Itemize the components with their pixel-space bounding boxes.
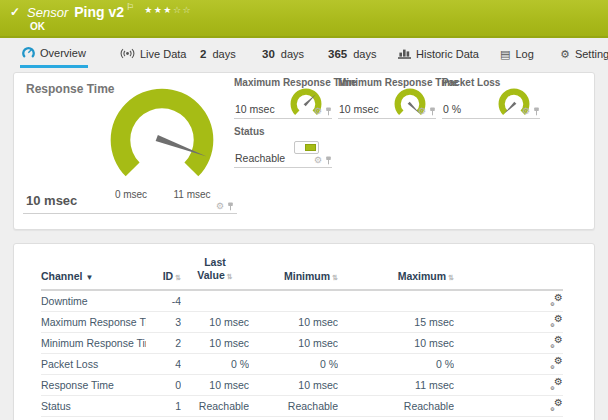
mini-gauge-value: 10 msec bbox=[235, 103, 275, 115]
column-header-maximum[interactable]: Maximum⇅ bbox=[338, 244, 454, 290]
pin-icon[interactable] bbox=[429, 107, 436, 116]
sensor-status-badge: OK bbox=[0, 21, 608, 32]
status-indicator-knob bbox=[305, 144, 316, 151]
table-row: Status1ReachableReachableReachable⚙⚙ bbox=[41, 395, 563, 416]
star-filled-icon[interactable]: ★ bbox=[154, 5, 164, 15]
tab-365-days[interactable]: 365days bbox=[326, 40, 378, 68]
panel-action-icons: ⚙ bbox=[216, 202, 234, 211]
pin-icon[interactable] bbox=[533, 107, 540, 116]
column-header-channel[interactable]: Channel▼ bbox=[41, 244, 146, 290]
cell-minimum: 10 msec bbox=[249, 311, 338, 332]
sort-icon: ⇅ bbox=[448, 274, 454, 281]
column-header-last-value[interactable]: Last Value⇅ bbox=[181, 244, 249, 290]
cell-last-value: 10 msec bbox=[181, 332, 249, 353]
overview-panel: Response Time 0 msec 11 msec 10 msec ⚙ M… bbox=[13, 72, 595, 230]
cell-channel[interactable]: Minimum Response Time bbox=[41, 332, 146, 353]
tab-overview[interactable]: Overview bbox=[20, 40, 88, 68]
cell-channel[interactable]: Status bbox=[41, 395, 146, 416]
mini-gauge-panel-minimum-response-time: Minimum Response Time10 msec⚙ bbox=[338, 77, 436, 119]
star-filled-icon[interactable]: ★ bbox=[144, 5, 154, 15]
sort-desc-icon: ▼ bbox=[85, 273, 93, 282]
table-row: Maximum Response Ti...310 msec10 msec15 … bbox=[41, 311, 563, 332]
broadcast-icon bbox=[120, 48, 135, 61]
status-indicator bbox=[294, 141, 319, 154]
column-header-id[interactable]: ID⇅ bbox=[146, 244, 181, 290]
cell-edit: ⚙⚙ bbox=[454, 311, 563, 332]
panel-action-icons: ⚙ bbox=[314, 107, 332, 116]
edit-channel-gears-icon[interactable]: ⚙⚙ bbox=[550, 294, 563, 306]
cell-last-value bbox=[181, 290, 249, 311]
mini-gauge-panel-packet-loss: Packet Loss0 %⚙ bbox=[442, 77, 540, 119]
edit-channel-gears-icon[interactable]: ⚙⚙ bbox=[550, 315, 563, 327]
cell-minimum: 10 msec bbox=[249, 332, 338, 353]
tab-bar: OverviewLive Data2days30days365daysHisto… bbox=[0, 40, 608, 70]
pin-icon[interactable] bbox=[325, 156, 332, 165]
cell-maximum: 15 msec bbox=[338, 311, 454, 332]
status-panel-title: Status bbox=[234, 126, 332, 137]
tab-2-days[interactable]: 2days bbox=[198, 40, 238, 68]
tab-30-days[interactable]: 30days bbox=[260, 40, 306, 68]
cell-edit: ⚙⚙ bbox=[454, 374, 563, 395]
tab-label: Overview bbox=[40, 47, 86, 59]
cell-id: 3 bbox=[146, 311, 181, 332]
cell-id: 1 bbox=[146, 395, 181, 416]
tab-label: days bbox=[212, 48, 235, 60]
priority-stars[interactable]: ★★★☆☆ bbox=[144, 5, 192, 15]
gear-icon[interactable]: ⚙ bbox=[314, 107, 322, 116]
tab-label: Historic Data bbox=[416, 48, 479, 60]
gauge-scale-max: 11 msec bbox=[168, 189, 216, 200]
ok-check-icon: ✓ bbox=[10, 5, 20, 19]
cell-channel[interactable]: Maximum Response Ti... bbox=[41, 311, 146, 332]
edit-channel-gears-icon[interactable]: ⚙⚙ bbox=[550, 399, 563, 411]
tab-log[interactable]: ▤Log bbox=[498, 40, 536, 68]
table-header-row: Channel▼ ID⇅ Last Value⇅ Minimum⇅ Maximu… bbox=[41, 244, 563, 290]
table-row: Downtime-4⚙⚙ bbox=[41, 290, 563, 311]
star-filled-icon[interactable]: ★ bbox=[163, 5, 173, 15]
cell-id: 0 bbox=[146, 374, 181, 395]
star-empty-icon[interactable]: ☆ bbox=[182, 5, 192, 15]
panel-action-icons: ⚙ bbox=[314, 156, 332, 165]
status-panel: Status Reachable ⚙ bbox=[234, 126, 332, 168]
gear-icon[interactable]: ⚙ bbox=[522, 107, 530, 116]
cell-edit: ⚙⚙ bbox=[454, 290, 563, 311]
gear-icon[interactable]: ⚙ bbox=[418, 107, 426, 116]
gear-icon: ⚙ bbox=[560, 48, 570, 60]
tab-number: 2 bbox=[200, 48, 206, 60]
gear-icon[interactable]: ⚙ bbox=[314, 156, 322, 165]
tab-historic-data[interactable]: Historic Data bbox=[396, 40, 481, 68]
cell-last-value: Reachable bbox=[181, 395, 249, 416]
cell-minimum: 0 % bbox=[249, 353, 338, 374]
edit-channel-gears-icon[interactable]: ⚙⚙ bbox=[550, 336, 563, 348]
sort-icon: ⇅ bbox=[332, 274, 338, 281]
flag-icon[interactable]: ⚐ bbox=[126, 2, 134, 12]
status-value: Reachable bbox=[235, 152, 285, 164]
cell-last-value: 0 % bbox=[181, 353, 249, 374]
cell-id: 4 bbox=[146, 353, 181, 374]
cell-channel[interactable]: Downtime bbox=[41, 290, 146, 311]
pin-icon[interactable] bbox=[227, 202, 234, 211]
column-header-edit bbox=[454, 244, 563, 290]
tab-live-data[interactable]: Live Data bbox=[118, 40, 188, 68]
cell-edit: ⚙⚙ bbox=[454, 395, 563, 416]
response-time-gauge-panel: Response Time 0 msec 11 msec 10 msec ⚙ bbox=[23, 77, 237, 214]
channels-table: Channel▼ ID⇅ Last Value⇅ Minimum⇅ Maximu… bbox=[41, 244, 563, 417]
tab-number: 30 bbox=[262, 48, 275, 60]
gauge-current-value: 10 msec bbox=[26, 193, 77, 208]
table-row: Response Time010 msec10 msec11 msec⚙⚙ bbox=[41, 374, 563, 395]
tab-settings[interactable]: ⚙Settings bbox=[558, 40, 608, 68]
gauge-scale-min: 0 msec bbox=[107, 189, 155, 200]
panel-action-icons: ⚙ bbox=[418, 107, 436, 116]
cell-edit: ⚙⚙ bbox=[454, 353, 563, 374]
mini-gauge-panel-maximum-response-time: Maximum Response Time10 msec⚙ bbox=[234, 77, 332, 119]
sensor-header-row: ✓ Sensor Ping v2 ⚐ ★★★☆☆ bbox=[0, 0, 608, 20]
edit-channel-gears-icon[interactable]: ⚙⚙ bbox=[550, 357, 563, 369]
gear-icon[interactable]: ⚙ bbox=[216, 202, 224, 211]
cell-minimum: 10 msec bbox=[249, 374, 338, 395]
tab-label: days bbox=[353, 48, 376, 60]
pin-icon[interactable] bbox=[325, 107, 332, 116]
edit-channel-gears-icon[interactable]: ⚙⚙ bbox=[550, 378, 563, 390]
cell-channel[interactable]: Packet Loss bbox=[41, 353, 146, 374]
object-kind-label: Sensor bbox=[27, 5, 68, 20]
column-header-minimum[interactable]: Minimum⇅ bbox=[249, 244, 338, 290]
cell-channel[interactable]: Response Time bbox=[41, 374, 146, 395]
